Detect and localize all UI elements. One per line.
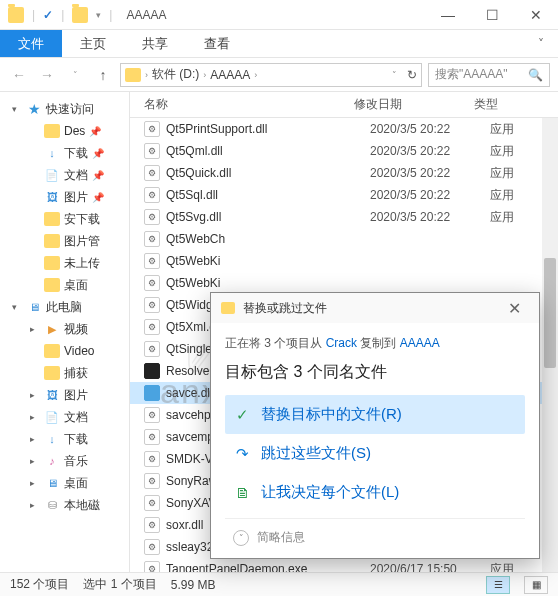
tree-item[interactable]: 🖼图片 📌 — [0, 186, 129, 208]
file-row[interactable]: Qt5PrintSupport.dll2020/3/5 20:22应用 — [130, 118, 558, 140]
doc-icon: 📄 — [44, 410, 60, 424]
expand-icon[interactable]: ▾ — [12, 302, 22, 312]
qat-folder-icon[interactable] — [72, 7, 88, 23]
expand-icon[interactable]: ▸ — [30, 412, 40, 422]
tree-item[interactable]: ▾★快速访问 — [0, 98, 129, 120]
col-type[interactable]: 类型 — [474, 92, 558, 117]
tree-item[interactable]: ▸🖼图片 — [0, 384, 129, 406]
qat-check-icon[interactable]: ✓ — [43, 8, 53, 22]
file-row[interactable]: Qt5WebKi — [130, 250, 558, 272]
option-skip[interactable]: ↷ 跳过这些文件(S) — [225, 434, 525, 473]
source-link[interactable]: Crack — [326, 336, 357, 350]
status-bar: 152 个项目 选中 1 个项目 5.99 MB ☰ ▦ — [0, 572, 558, 596]
expand-icon[interactable]: ▸ — [30, 478, 40, 488]
window-title: AAAAA — [126, 8, 166, 22]
option-replace[interactable]: ✓ 替换目标中的文件(R) — [225, 395, 525, 434]
file-name: Qt5WebKi — [166, 254, 370, 268]
tree-item[interactable]: ▸▶视频 — [0, 318, 129, 340]
nav-forward-button[interactable]: → — [36, 64, 58, 86]
tree-item[interactable]: 桌面 — [0, 274, 129, 296]
tab-file[interactable]: 文件 — [0, 30, 62, 57]
address-dropdown-icon[interactable]: ˅ — [392, 70, 397, 80]
crumb-folder[interactable]: AAAAA — [210, 68, 250, 82]
expand-icon[interactable]: ▸ — [30, 500, 40, 510]
tree-item[interactable]: ▸📄文档 — [0, 406, 129, 428]
expand-icon[interactable]: ▸ — [30, 390, 40, 400]
close-button[interactable]: ✕ — [514, 0, 558, 30]
file-name: Qt5Sql.dll — [166, 188, 370, 202]
ribbon-tabs: 文件 主页 共享 查看 ˅ — [0, 30, 558, 58]
tree-item[interactable]: ▾🖥此电脑 — [0, 296, 129, 318]
file-row[interactable]: Qt5WebCh — [130, 228, 558, 250]
chevron-right-icon[interactable]: › — [203, 70, 206, 80]
tree-item[interactable]: 图片管 — [0, 230, 129, 252]
chevron-right-icon[interactable]: › — [254, 70, 257, 80]
col-name[interactable]: 名称 — [144, 92, 354, 117]
file-icon — [144, 297, 160, 313]
pin-icon: 📌 — [92, 192, 104, 203]
view-details-button[interactable]: ☰ — [486, 576, 510, 594]
dialog-details-toggle[interactable]: ˅ 简略信息 — [225, 518, 525, 552]
expand-icon[interactable]: ▾ — [12, 104, 22, 114]
dialog-close-button[interactable]: ✕ — [499, 299, 529, 318]
folder-icon — [44, 278, 60, 292]
file-name: Qt5WebKi — [166, 276, 370, 290]
folder-icon — [44, 234, 60, 248]
address-bar[interactable]: › 软件 (D:) › AAAAA › ˅ ↻ — [120, 63, 422, 87]
ribbon-toggle-icon[interactable]: ˅ — [524, 30, 558, 57]
file-row[interactable]: Qt5Svg.dll2020/3/5 20:22应用 — [130, 206, 558, 228]
navigation-tree[interactable]: ▾★快速访问Des 📌↓下载 📌📄文档 📌🖼图片 📌安下载图片管未上传桌面▾🖥此… — [0, 92, 130, 572]
tree-item[interactable]: ▸🖥桌面 — [0, 472, 129, 494]
view-icons-button[interactable]: ▦ — [524, 576, 548, 594]
file-row[interactable]: Qt5WebKi — [130, 272, 558, 294]
qat-overflow-icon[interactable]: ▾ — [96, 10, 101, 20]
tree-item-label: 音乐 — [64, 453, 88, 470]
down-icon: ↓ — [44, 146, 60, 160]
dialog-titlebar[interactable]: 替换或跳过文件 ✕ — [211, 293, 539, 323]
file-icon — [144, 253, 160, 269]
option-decide[interactable]: 🗎 让我决定每个文件(L) — [225, 473, 525, 512]
dest-link[interactable]: AAAAA — [400, 336, 440, 350]
tree-item[interactable]: ↓下载 📌 — [0, 142, 129, 164]
search-placeholder: 搜索"AAAAA" — [435, 66, 508, 83]
tab-view[interactable]: 查看 — [186, 30, 248, 57]
file-row[interactable]: Qt5Quick.dll2020/3/5 20:22应用 — [130, 162, 558, 184]
tab-home[interactable]: 主页 — [62, 30, 124, 57]
chevron-right-icon[interactable]: › — [145, 70, 148, 80]
search-input[interactable]: 搜索"AAAAA" 🔍 — [428, 63, 550, 87]
file-row[interactable]: Qt5Sql.dll2020/3/5 20:22应用 — [130, 184, 558, 206]
tree-item[interactable]: ▸♪音乐 — [0, 450, 129, 472]
nav-back-button[interactable]: ← — [8, 64, 30, 86]
tree-item[interactable]: 安下载 — [0, 208, 129, 230]
scrollbar-thumb[interactable] — [544, 258, 556, 368]
expand-icon[interactable]: ▸ — [30, 456, 40, 466]
refresh-button[interactable]: ↻ — [407, 68, 417, 82]
minimize-button[interactable]: — — [426, 0, 470, 30]
qat-divider: | — [61, 8, 64, 22]
maximize-button[interactable]: ☐ — [470, 0, 514, 30]
tree-item[interactable]: 捕获 — [0, 362, 129, 384]
tree-item[interactable]: Video — [0, 340, 129, 362]
tree-item[interactable]: 未上传 — [0, 252, 129, 274]
file-icon — [144, 165, 160, 181]
pin-icon: 📌 — [92, 148, 104, 159]
file-row[interactable]: TangentPanelDaemon.exe2020/6/17 15:50应用 — [130, 558, 558, 572]
skip-icon: ↷ — [233, 445, 251, 463]
file-row[interactable]: Qt5Qml.dll2020/3/5 20:22应用 — [130, 140, 558, 162]
nav-up-button[interactable]: ↑ — [92, 64, 114, 86]
tree-item[interactable]: 📄文档 📌 — [0, 164, 129, 186]
option-skip-label: 跳过这些文件(S) — [261, 444, 371, 463]
tree-item[interactable]: ▸↓下载 — [0, 428, 129, 450]
vertical-scrollbar[interactable] — [542, 118, 558, 572]
search-icon[interactable]: 🔍 — [528, 68, 543, 82]
expand-icon[interactable]: ▸ — [30, 324, 40, 334]
tree-item[interactable]: ▸⛁本地磁 — [0, 494, 129, 516]
tab-share[interactable]: 共享 — [124, 30, 186, 57]
music-icon: ♪ — [44, 454, 60, 468]
tree-item[interactable]: Des 📌 — [0, 120, 129, 142]
col-date[interactable]: 修改日期 — [354, 92, 474, 117]
nav-recent-icon[interactable]: ˅ — [64, 64, 86, 86]
expand-icon[interactable]: ▸ — [30, 434, 40, 444]
crumb-drive[interactable]: 软件 (D:) — [152, 66, 199, 83]
tree-item-label: 捕获 — [64, 365, 88, 382]
